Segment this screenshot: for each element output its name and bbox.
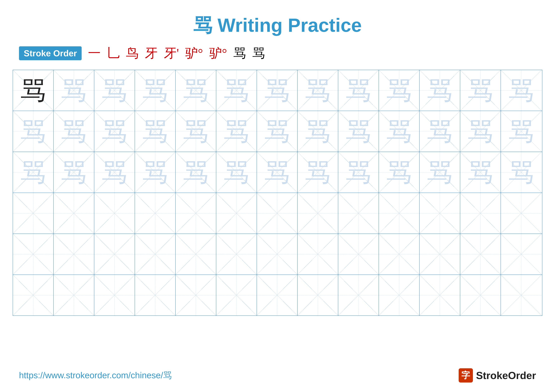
grid-cell[interactable]: 骂 — [257, 152, 298, 192]
grid-cell[interactable]: 骂 — [298, 111, 338, 152]
grid-cell[interactable] — [420, 193, 460, 234]
grid-cell[interactable] — [420, 275, 460, 315]
stroke-8: 骂 — [233, 45, 246, 62]
grid-row-5 — [13, 234, 542, 275]
grid-cell[interactable]: 骂 — [420, 152, 460, 192]
grid-cell[interactable]: 骂 — [501, 111, 541, 152]
grid-cell[interactable] — [135, 275, 175, 315]
grid-cell[interactable]: 骂 — [338, 152, 379, 192]
grid-cell[interactable]: 骂 — [94, 111, 135, 152]
char-display: 骂 — [346, 160, 371, 185]
grid-row-1: 骂 骂 骂 骂 骂 骂 骂 骂 骂 骂 骂 骂 骂 — [13, 70, 542, 111]
grid-cell[interactable] — [298, 193, 338, 234]
grid-cell[interactable] — [257, 275, 298, 315]
grid-cell[interactable] — [338, 193, 379, 234]
grid-cell[interactable]: 骂 — [460, 152, 501, 192]
grid-cell[interactable] — [175, 193, 216, 234]
grid-cell[interactable]: 骂 — [379, 152, 420, 192]
grid-cell[interactable] — [94, 234, 135, 275]
grid-cell[interactable]: 骂 — [379, 70, 420, 111]
char-display: 骂 — [509, 78, 534, 103]
grid-cell[interactable]: 骂 — [216, 152, 257, 192]
grid-cell[interactable] — [54, 193, 94, 234]
stroke-order-badge: Stroke Order — [19, 46, 82, 60]
grid-cell[interactable] — [135, 234, 175, 275]
grid-cell[interactable]: 骂 — [501, 70, 541, 111]
grid-cell[interactable]: 骂 — [460, 111, 501, 152]
grid-cell[interactable] — [94, 275, 135, 315]
grid-cell[interactable]: 骂 — [94, 152, 135, 192]
grid-cell[interactable]: 骂 — [13, 111, 54, 152]
grid-cell[interactable]: 骂 — [13, 70, 54, 111]
grid-cell[interactable]: 骂 — [13, 152, 54, 192]
practice-grid: 骂 骂 骂 骂 骂 骂 骂 骂 骂 骂 骂 骂 骂 骂 骂 骂 骂 骂 骂 骂 … — [13, 70, 542, 316]
grid-cell[interactable] — [460, 275, 501, 315]
char-display: 骂 — [305, 160, 330, 185]
char-display: 骂 — [387, 78, 412, 103]
grid-cell[interactable]: 骂 — [257, 111, 298, 152]
grid-cell[interactable] — [13, 234, 54, 275]
grid-cell[interactable]: 骂 — [420, 111, 460, 152]
grid-cell[interactable] — [175, 234, 216, 275]
grid-cell[interactable] — [338, 275, 379, 315]
grid-cell[interactable]: 骂 — [379, 111, 420, 152]
grid-cell[interactable] — [379, 234, 420, 275]
grid-cell[interactable]: 骂 — [420, 70, 460, 111]
grid-cell[interactable]: 骂 — [216, 70, 257, 111]
grid-cell[interactable]: 骂 — [298, 70, 338, 111]
grid-cell[interactable]: 骂 — [54, 70, 94, 111]
grid-cell[interactable]: 骂 — [175, 70, 216, 111]
grid-cell[interactable]: 骂 — [460, 70, 501, 111]
grid-row-4 — [13, 193, 542, 234]
grid-cell[interactable]: 骂 — [257, 70, 298, 111]
char-display: 骂 — [509, 160, 534, 185]
grid-cell[interactable] — [257, 234, 298, 275]
grid-cell[interactable] — [298, 275, 338, 315]
grid-cell[interactable] — [13, 193, 54, 234]
grid-cell[interactable]: 骂 — [54, 152, 94, 192]
grid-cell[interactable] — [94, 193, 135, 234]
char-display: 骂 — [346, 78, 371, 103]
grid-cell[interactable] — [501, 193, 541, 234]
grid-cell[interactable] — [216, 193, 257, 234]
grid-cell[interactable]: 骂 — [175, 152, 216, 192]
logo-icon: 字 — [459, 368, 473, 383]
grid-cell[interactable] — [13, 275, 54, 315]
grid-cell[interactable] — [298, 234, 338, 275]
grid-cell[interactable]: 骂 — [175, 111, 216, 152]
footer: https://www.strokeorder.com/chinese/骂 字 … — [0, 368, 555, 383]
grid-cell[interactable] — [338, 234, 379, 275]
grid-cell[interactable] — [379, 193, 420, 234]
grid-cell[interactable]: 骂 — [338, 70, 379, 111]
grid-cell[interactable] — [420, 234, 460, 275]
grid-cell[interactable] — [54, 234, 94, 275]
grid-cell[interactable] — [379, 275, 420, 315]
char-display: 骂 — [183, 119, 209, 144]
grid-cell[interactable]: 骂 — [216, 111, 257, 152]
grid-cell[interactable] — [216, 275, 257, 315]
grid-cell[interactable]: 骂 — [135, 111, 175, 152]
grid-cell[interactable] — [216, 234, 257, 275]
grid-cell[interactable] — [54, 275, 94, 315]
grid-cell[interactable]: 骂 — [135, 70, 175, 111]
grid-cell[interactable]: 骂 — [135, 152, 175, 192]
grid-cell[interactable] — [460, 234, 501, 275]
grid-cell[interactable] — [501, 275, 541, 315]
footer-url[interactable]: https://www.strokeorder.com/chinese/骂 — [19, 370, 172, 381]
grid-cell[interactable]: 骂 — [338, 111, 379, 152]
char-display: 骂 — [61, 78, 87, 103]
grid-cell[interactable] — [501, 234, 541, 275]
char-display: 骂 — [387, 160, 412, 185]
grid-cell[interactable] — [257, 193, 298, 234]
char-display: 骂 — [346, 119, 371, 144]
stroke-order-row: Stroke Order 一 乚 ⻦ 牙 牙' 驴° 驴° 骂 骂 — [0, 45, 555, 62]
grid-cell[interactable] — [460, 193, 501, 234]
char-display: 骂 — [427, 160, 453, 185]
grid-cell[interactable]: 骂 — [94, 70, 135, 111]
grid-cell[interactable] — [175, 275, 216, 315]
grid-cell[interactable]: 骂 — [501, 152, 541, 192]
stroke-9: 骂 — [252, 45, 265, 62]
grid-cell[interactable]: 骂 — [298, 152, 338, 192]
grid-cell[interactable] — [135, 193, 175, 234]
grid-cell[interactable]: 骂 — [54, 111, 94, 152]
